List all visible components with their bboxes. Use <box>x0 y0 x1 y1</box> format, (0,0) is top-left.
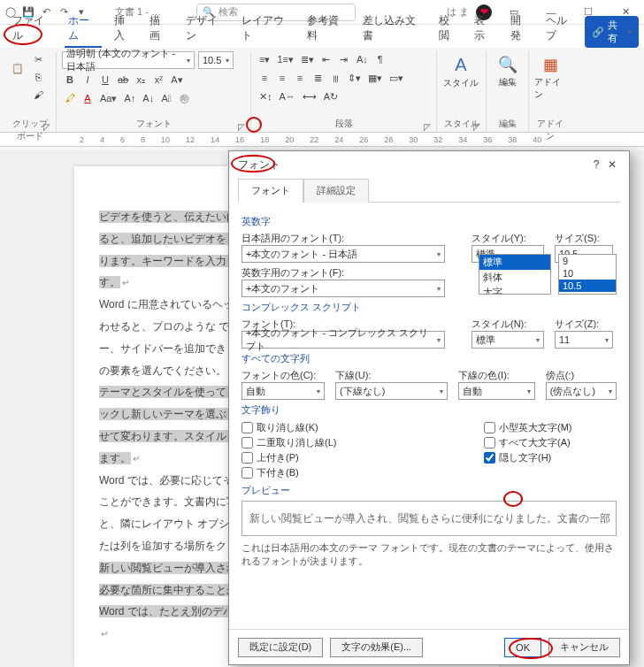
editing-button[interactable]: 🔍編集 <box>492 51 523 88</box>
combo-cfont[interactable]: +本文のフォント - コンプレックス スクリプト▾ <box>242 331 445 349</box>
doc-line: たは列を追加する場所をクリ <box>99 540 237 552</box>
dialog-titlebar[interactable]: フォント ? ✕ <box>229 151 629 178</box>
dialog-footer: 既定に設定(D) 文字の効果(E)... OK キャンセル <box>229 629 629 664</box>
font-size-combo[interactable]: 10.5▾ <box>198 51 234 69</box>
tab-layout[interactable]: レイアウト <box>234 10 298 48</box>
align-right-button[interactable]: ≡ <box>292 70 308 86</box>
tab-view[interactable]: 表示 <box>467 10 502 48</box>
decrease-indent-button[interactable]: ⇤ <box>318 51 334 67</box>
superscript-button[interactable]: x² <box>150 72 166 88</box>
strike-button[interactable]: ab <box>115 72 131 88</box>
asian-layout-button[interactable]: ✕↕ <box>257 88 275 104</box>
ok-button[interactable]: OK <box>504 638 541 657</box>
align-center-button[interactable]: ≡ <box>274 70 290 86</box>
combo-font-color[interactable]: 自動▾ <box>242 382 325 400</box>
tab-draw[interactable]: 描画 <box>142 10 177 48</box>
grow-font-button[interactable]: A↑ <box>121 90 138 106</box>
format-painter-button[interactable]: 🖌 <box>30 87 46 103</box>
clear-format-button[interactable]: A⃠ <box>158 90 174 106</box>
cut-button[interactable]: ✂ <box>30 51 46 67</box>
font-name-value: 游明朝 (本文のフォント - 日本語 <box>66 47 187 73</box>
copy-button[interactable]: ⎘ <box>30 69 46 85</box>
borders-button[interactable]: ▭▾ <box>387 70 406 86</box>
list-item[interactable]: 9 <box>559 255 616 267</box>
dialog-close-icon[interactable]: ✕ <box>604 158 620 171</box>
sort-button[interactable]: A↓ <box>354 51 371 67</box>
tab-mailings[interactable]: 差し込み文書 <box>356 10 430 48</box>
font-size-value: 10.5 <box>203 55 221 65</box>
highlight-button[interactable]: 🖍 <box>62 90 78 106</box>
justify-button[interactable]: ≣ <box>310 70 326 86</box>
combo-jp-font[interactable]: +本文のフォント - 日本語▾ <box>242 245 445 263</box>
show-marks-button[interactable]: ¶ <box>372 51 388 67</box>
font-color-button[interactable]: A <box>80 90 96 106</box>
bullets-button[interactable]: ≡▾ <box>257 51 272 67</box>
section-preview: プレビュー <box>242 484 617 497</box>
tab-insert[interactable]: 挿入 <box>107 10 142 48</box>
tab-home[interactable]: ホーム <box>61 10 105 48</box>
combo-en-font[interactable]: +本文のフォント▾ <box>242 280 445 297</box>
check-double-strike[interactable]: 二重取り消し線(L) <box>242 435 484 450</box>
doc-line: Word に用意されているヘッ <box>99 298 234 310</box>
shrink-font-button[interactable]: A↓ <box>140 90 157 106</box>
tab-file[interactable]: ファイル <box>5 10 59 48</box>
enclose-char-button[interactable]: ㊞ <box>176 90 192 106</box>
increase-indent-button[interactable]: ⇥ <box>336 51 352 67</box>
tab-references[interactable]: 参考資料 <box>300 10 354 48</box>
check-all-caps[interactable]: すべて大文字(A) <box>484 435 617 450</box>
check-strike[interactable]: 取り消し線(K) <box>242 420 484 435</box>
check-small-caps[interactable]: 小型英大文字(M) <box>484 420 617 435</box>
combo-underline[interactable]: (下線なし)▾ <box>335 382 448 400</box>
cancel-button[interactable]: キャンセル <box>548 638 620 657</box>
check-subscript[interactable]: 下付き(B) <box>242 465 484 480</box>
styles-launcher-icon[interactable]: ◸ <box>472 121 482 132</box>
set-default-button[interactable]: 既定に設定(D) <box>238 638 323 657</box>
list-item[interactable]: 斜体 <box>479 270 550 285</box>
multilevel-button[interactable]: ≣▾ <box>298 51 317 67</box>
distribute-button[interactable]: ⫼ <box>327 70 343 86</box>
tab-help[interactable]: ヘルプ <box>539 10 583 48</box>
clipboard-launcher-icon[interactable]: ◸ <box>42 121 52 132</box>
bold-button[interactable]: B <box>62 72 78 88</box>
addins-button[interactable]: ▦アドイン <box>534 51 566 101</box>
dialog-help-icon[interactable]: ? <box>588 158 604 171</box>
check-superscript[interactable]: 上付き(P) <box>242 450 484 465</box>
dialog-tab-font[interactable]: フォント <box>238 179 303 203</box>
label-underline-color: 下線の色(I): <box>458 369 534 382</box>
italic-button[interactable]: I <box>80 72 96 88</box>
paste-button[interactable]: 📋 <box>9 51 27 85</box>
text-direction-button[interactable]: A↻ <box>321 88 341 104</box>
tab-developer[interactable]: 開発 <box>503 10 538 48</box>
char-shading-button[interactable]: Aa▾ <box>97 90 119 106</box>
combo-emphasis[interactable]: (傍点なし)▾ <box>546 382 617 400</box>
fit-text-button[interactable]: ⟷ <box>300 88 319 104</box>
list-item[interactable]: 10.5 <box>559 280 616 292</box>
share-icon: 🔗 <box>592 27 604 38</box>
shading-button[interactable]: ▦▾ <box>365 70 385 86</box>
underline-button[interactable]: U <box>97 72 113 88</box>
dialog-tab-advanced[interactable]: 詳細設定 <box>303 179 369 203</box>
list-style[interactable]: 標準 斜体 太字 <box>479 254 551 295</box>
list-size[interactable]: 9 10 10.5 <box>558 254 617 295</box>
check-hidden[interactable]: 隠し文字(H) <box>484 450 617 465</box>
char-scale-button[interactable]: A↔ <box>277 88 298 104</box>
text-effects-button[interactable]: A▾ <box>168 72 185 88</box>
tab-design[interactable]: デザイン <box>179 10 233 48</box>
list-item[interactable]: 標準 <box>479 255 550 270</box>
list-item[interactable]: 太字 <box>479 285 550 295</box>
subscript-button[interactable]: x₂ <box>133 72 149 88</box>
list-item[interactable]: 10 <box>559 267 616 280</box>
font-name-combo[interactable]: 游明朝 (本文のフォント - 日本語▾ <box>62 51 195 69</box>
tab-review[interactable]: 校閲 <box>432 10 466 48</box>
combo-underline-color[interactable]: 自動▾ <box>458 382 534 400</box>
styles-button[interactable]: Aスタイル <box>442 51 479 89</box>
line-spacing-button[interactable]: ⇕▾ <box>345 70 364 86</box>
combo-csize[interactable]: 11▾ <box>555 331 613 349</box>
text-effects-button[interactable]: 文字の効果(E)... <box>330 638 423 657</box>
paragraph-launcher-icon[interactable]: ◸ <box>422 121 433 132</box>
combo-cstyle[interactable]: 標準▾ <box>472 331 544 349</box>
font-launcher-icon[interactable]: ◸ <box>236 121 247 132</box>
numbering-button[interactable]: 1≡▾ <box>274 51 296 67</box>
align-left-button[interactable]: ≡ <box>257 70 272 86</box>
share-button[interactable]: 🔗 共有 ▾ <box>585 16 639 48</box>
